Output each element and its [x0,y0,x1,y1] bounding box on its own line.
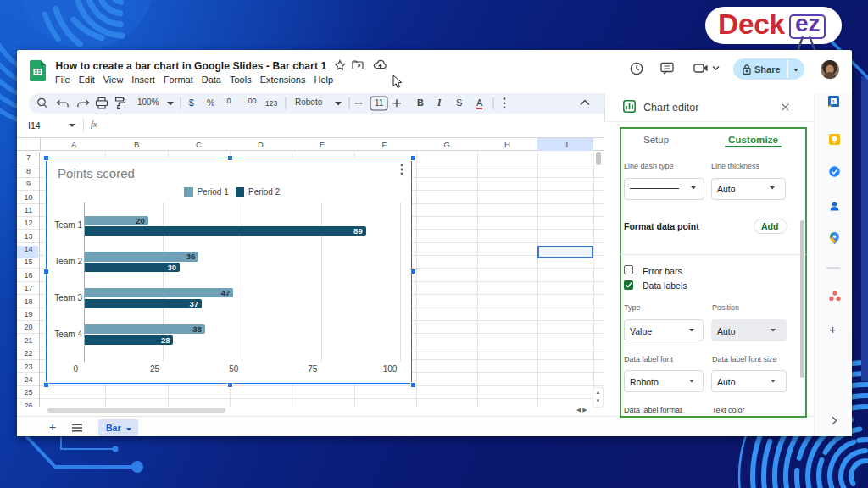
svg-text:Share: Share [754,64,781,75]
svg-text:3: 3 [832,99,834,104]
